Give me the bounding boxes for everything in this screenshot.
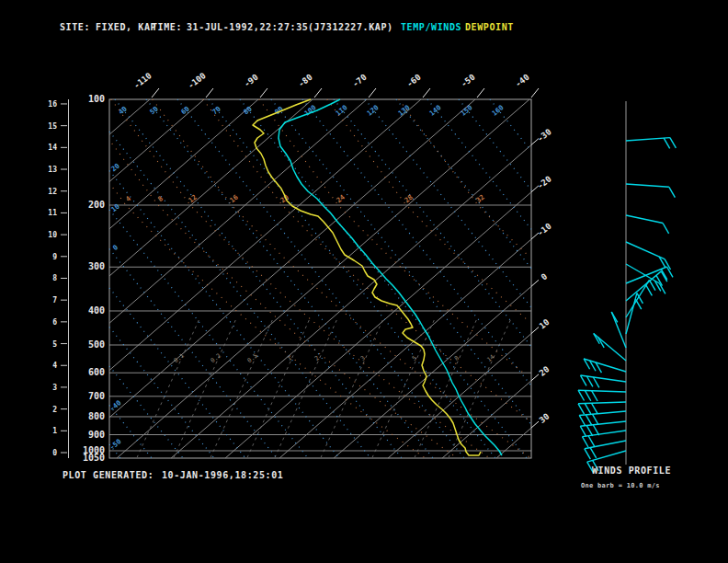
top-temp-label: -100 [187,71,208,90]
plot-generated-value: 10-JAN-1996,18:25:01 [162,470,283,480]
dry-adiabat-line [240,99,527,458]
height-axis-label: 5 [52,340,57,349]
isotherm-line [225,192,531,458]
isotherm-line [171,145,531,458]
isotherm-line [334,286,531,458]
right-temp-label: -10 [536,222,553,238]
pressure-axis-label: 600 [88,367,105,377]
mixing-ratio-label: 3 [359,354,367,362]
moist-adiabat-line [327,99,528,320]
wind-barb [611,312,626,348]
right-axis-tick [531,374,539,381]
right-axis-tick [531,327,539,334]
isotherm-line [496,428,531,458]
top-temp-label: -70 [351,73,369,89]
dry-adiabat-label: 50 [148,104,160,116]
wind-barb [626,242,665,259]
wind-barb-tick [592,391,598,401]
isotherm-line [117,99,529,458]
dry-adiabat-left-label: 10 [109,201,121,213]
mixing-ratio-label: 2 [313,354,321,362]
height-axis-label: 16 [48,100,57,109]
pressure-axis-label: 900 [88,430,105,440]
dry-adiabat-line [109,132,370,458]
dry-adiabat-label: 120 [365,103,381,118]
top-axis-tick [423,88,430,98]
height-axis-label: 12 [48,188,57,196]
top-temp-label: -60 [405,73,423,89]
dry-adiabat-left-label: 20 [109,161,121,173]
height-axis-label: 7 [52,296,57,304]
moist-adiabat-line [113,188,426,458]
wind-barb-tick [588,436,595,446]
wind-barb-tick [593,377,599,387]
height-axis-label: 9 [52,253,57,261]
winds-profile-scale: One barb = 10.0 m/s [581,482,660,489]
moist-adiabat-label: 8 [156,194,165,203]
dewpoint-curve [253,99,481,455]
dry-adiabat-line [427,99,531,229]
top-axis-tick [152,88,159,98]
wind-barb-tick [669,187,676,197]
height-axis-label: 10 [48,231,57,239]
pressure-axis-label: 800 [88,411,105,421]
wind-barb-tick [580,375,586,385]
height-axis-label: 11 [48,209,57,217]
wind-barb-tick [586,425,593,435]
right-temp-label: 20 [538,364,552,378]
plot-generated-label: PLOT GENERATED: [63,470,154,480]
wind-barb-tick [664,138,670,148]
skewt-app-window: { "header": { "site_label": "SITE:", "si… [0,0,728,563]
right-axis-tick [531,421,539,428]
dry-adiabat-line [177,99,464,458]
dry-adiabat-left-label: -40 [108,398,123,413]
top-axis-tick [206,88,213,98]
pressure-axis-label: 500 [88,339,105,350]
wind-barb-tick [661,270,667,280]
height-axis-label: 3 [52,384,57,392]
height-axis-label: 13 [48,166,57,174]
top-axis-tick [477,88,484,98]
dry-adiabat-line [209,99,495,458]
wind-barb-tick [585,404,591,414]
dry-adiabat-label: 140 [427,103,443,118]
height-axis-label: 14 [48,144,57,152]
pressure-axis-label: 200 [88,200,105,210]
wind-barb-tick [661,271,667,282]
pressure-axis-label: 100 [88,94,105,104]
wind-barb-tick [592,403,598,413]
isotherm-line [442,381,531,458]
dry-adiabat-label: 150 [459,103,474,118]
isotherm-line [279,239,531,458]
moist-adiabat-line [259,99,527,375]
dry-adiabat-label: 160 [490,103,506,118]
mixing-ratio-line [137,320,199,457]
top-temp-label: -110 [132,71,154,90]
wind-barb-tick [586,376,593,386]
mixing-ratio-line [210,320,272,457]
dry-adiabat-line [396,99,531,269]
top-axis-tick [314,88,322,98]
pressure-axis-label: 300 [88,261,105,271]
dry-adiabat-label: 130 [396,103,412,118]
mixing-ratio-label: 0.2 [210,352,222,365]
top-temp-label: -80 [297,73,314,89]
mixing-ratio-label: 0.5 [246,352,259,365]
right-axis-tick [531,280,539,286]
top-temp-label: -50 [460,73,477,89]
right-temp-label: -20 [536,174,553,190]
wind-barb-tick [579,415,586,425]
pressure-axis-label: 700 [88,391,105,401]
right-temp-label: 10 [538,317,552,331]
winds-profile-title: WINDS PROFILE [592,465,671,476]
wind-barb-tick [585,449,591,459]
height-axis-label: 8 [52,274,57,282]
height-axis-label: 6 [52,318,57,327]
height-axis-label: 15 [48,122,57,131]
height-axis-label: 2 [52,406,57,414]
wind-barb-tick [649,280,655,290]
wind-barb-tick [580,426,586,436]
mixing-ratio-label: 5 [411,354,418,362]
mixing-ratio-line [247,320,309,457]
top-temp-label: -40 [514,73,531,89]
